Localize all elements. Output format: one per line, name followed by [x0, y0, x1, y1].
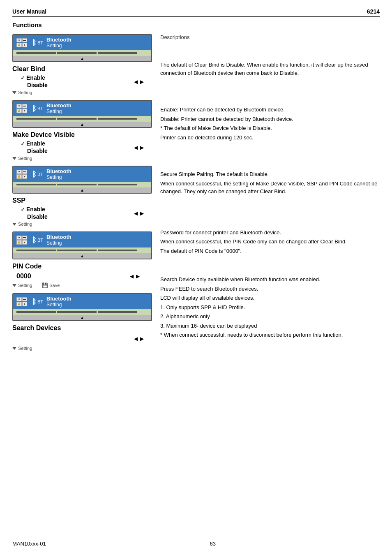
arrow-right-sd[interactable]: ▶: [140, 336, 144, 342]
lcd-title-block-sd: Bluetooth Setting: [46, 296, 71, 308]
lcd-top-mdv: 🔒 ᛒ BT Bluetooth Setting: [13, 101, 151, 116]
menu-title-ssp: SSP: [12, 197, 152, 204]
icon-cell-4: [22, 43, 28, 47]
disable-label-mdv: Disable: [27, 148, 48, 154]
desc-sd-line2: Press FEED to search Bluetooth devices.: [160, 285, 380, 293]
save-icon: 💾: [42, 282, 48, 288]
icon-cell-mdv-3: 🔒: [16, 109, 22, 113]
section-title: Functions: [12, 21, 380, 28]
arrow-right-mdv[interactable]: ▶: [140, 145, 144, 150]
lcd-bluetooth-label: Bluetooth: [46, 37, 71, 43]
setting-footer-label-ssp: Setting: [18, 222, 32, 227]
seg-sd-2: [57, 311, 97, 313]
save-block[interactable]: 💾 Save: [42, 282, 60, 288]
seg-part1: [16, 52, 56, 54]
pin-value-display: 0000: [16, 273, 31, 280]
lcd-setting-label-ssp: Setting: [46, 174, 71, 180]
bt-symbol-pin: ᛒ: [32, 236, 37, 244]
desc-ssp-line1: Secure Simple Pairing. The default is Di…: [160, 170, 380, 178]
content-area: 🔒 ᛒ BT Bluetooth Setting: [12, 34, 380, 356]
lcd-bluetooth-label-pin: Bluetooth: [46, 234, 71, 240]
option-enable-mdv: ✓ Enable: [21, 140, 48, 147]
icon-cell-3: 🔒: [16, 43, 22, 47]
checkmark-enable-ssp: ✓: [21, 206, 25, 213]
lcd-clear-bind: 🔒 ᛒ BT Bluetooth Setting: [12, 34, 152, 62]
arrows-pin[interactable]: ◀ ▶: [130, 273, 140, 279]
lcd-top-clear-bind: 🔒 ᛒ BT Bluetooth Setting: [13, 35, 151, 50]
pin-value-row: 0000 ◀ ▶: [16, 273, 148, 280]
down-triangle-icon-pin: [12, 284, 16, 287]
arrows-mdv[interactable]: ◀ ▶: [134, 145, 144, 150]
option-disable-ssp: Disable: [21, 213, 48, 220]
down-triangle-icon-sd: [12, 347, 16, 350]
bt-icon-ssp: ᛒ BT: [32, 171, 43, 178]
icon-cell-ssp-3: 🔒: [16, 174, 22, 179]
arrow-right[interactable]: ▶: [140, 79, 144, 85]
checkmark-enable-mdv: ✓: [21, 140, 25, 147]
seg-pin-3: [98, 250, 137, 251]
panel-pin-code: 🔒 ᛒ BT Bluetooth Setting: [12, 231, 152, 288]
enable-label-mdv: Enable: [26, 140, 45, 147]
icon-cell-sd-4: [22, 302, 28, 306]
lcd-triangle-pin: ▲: [13, 253, 151, 259]
lcd-search-devices: 🔒 ᛒ BT Bluetooth Setting: [12, 293, 152, 321]
save-label[interactable]: Save: [49, 283, 60, 288]
lcd-triangle-mdv: ▲: [13, 122, 151, 127]
enable-row-mdv: ✓ Enable Disable ◀ ▶: [12, 140, 152, 155]
lcd-title-block-mdv: Bluetooth Setting: [46, 102, 71, 114]
setting-footer-label: Setting: [18, 90, 32, 95]
lcd-title-block: Bluetooth Setting: [46, 37, 71, 49]
arrow-left-mdv[interactable]: ◀: [134, 145, 138, 150]
footer-center-text: 63: [210, 541, 216, 547]
bt-symbol-ssp: ᛒ: [32, 171, 37, 178]
arrow-right-pin[interactable]: ▶: [136, 273, 140, 279]
desc-pin-line3: The default of PIN Code is "0000".: [160, 247, 380, 255]
page-footer: MAN10xxx-01 63: [12, 538, 380, 547]
down-triangle-icon-mdv: [12, 157, 16, 160]
lcd-top-ssp: 🔒 ᛒ BT Bluetooth Setting: [13, 166, 151, 182]
lcd-setting-label: Setting: [46, 43, 71, 49]
icon-cell-ssp-4: [22, 174, 28, 179]
arrow-left[interactable]: ◀: [134, 79, 138, 85]
desc-sd: Search Device only available when Blueto…: [160, 275, 380, 339]
arrow-left-pin[interactable]: ◀: [130, 273, 134, 279]
seg-ssp-2: [57, 184, 97, 185]
arrow-right-ssp[interactable]: ▶: [140, 210, 144, 216]
icon-cell-sd-1: [16, 297, 22, 302]
checkmark-enable: ✓: [21, 74, 25, 81]
enable-label-ssp: Enable: [26, 206, 45, 213]
seg-sd-3: [98, 311, 137, 313]
lcd-bluetooth-label-sd: Bluetooth: [46, 296, 71, 302]
desc-sd-line7: * When connect successful, needs to disc…: [160, 331, 380, 339]
arrows-clear-bind[interactable]: ◀ ▶: [134, 79, 144, 85]
bt-text-ssp: BT: [37, 172, 43, 177]
seg-sd-1: [16, 311, 56, 313]
seg-part2: [57, 52, 97, 54]
arrows-ssp[interactable]: ◀ ▶: [134, 210, 144, 216]
bt-symbol-mdv: ᛒ: [32, 105, 37, 112]
setting-footer-label-mdv: Setting: [18, 156, 32, 161]
desc-sd-line1: Search Device only available when Blueto…: [160, 275, 380, 284]
arrows-sd[interactable]: ◀ ▶: [134, 336, 144, 342]
desc-sd-line3: LCD will display all of available device…: [160, 294, 380, 302]
desc-mdv-line3: * The default of Make Device Visible is …: [160, 124, 380, 132]
menu-title-sd: Search Devices: [12, 324, 152, 332]
menu-title-pin: PIN Code: [12, 263, 152, 270]
lcd-pin-code: 🔒 ᛒ BT Bluetooth Setting: [12, 231, 152, 259]
arrow-left-sd[interactable]: ◀: [134, 336, 138, 342]
option-disable-mdv: Disable: [21, 148, 48, 154]
desc-sd-line5: 2. Alphanumeric only: [160, 312, 380, 321]
lcd-bluetooth-label-mdv: Bluetooth: [46, 102, 71, 109]
lcd-icon-grid-mdv: 🔒: [16, 104, 27, 113]
footer-clear-bind: Setting: [12, 90, 152, 95]
panel-clear-bind: 🔒 ᛒ BT Bluetooth Setting: [12, 34, 152, 95]
icon-cell-pin-1: [16, 236, 22, 240]
icon-cell-pin-4: [22, 240, 28, 245]
arrow-left-ssp[interactable]: ◀: [134, 210, 138, 216]
lcd-top-sd: 🔒 ᛒ BT Bluetooth Setting: [13, 294, 151, 309]
panel-search-devices: 🔒 ᛒ BT Bluetooth Setting: [12, 293, 152, 351]
desc-clear-bind-text: The default of Clear Bind is Disable. Wh…: [160, 61, 380, 77]
seg-ssp-3: [98, 184, 137, 185]
desc-mdv-line4: Printer can be detected during 120 sec.: [160, 134, 380, 142]
bt-text: BT: [37, 40, 43, 45]
